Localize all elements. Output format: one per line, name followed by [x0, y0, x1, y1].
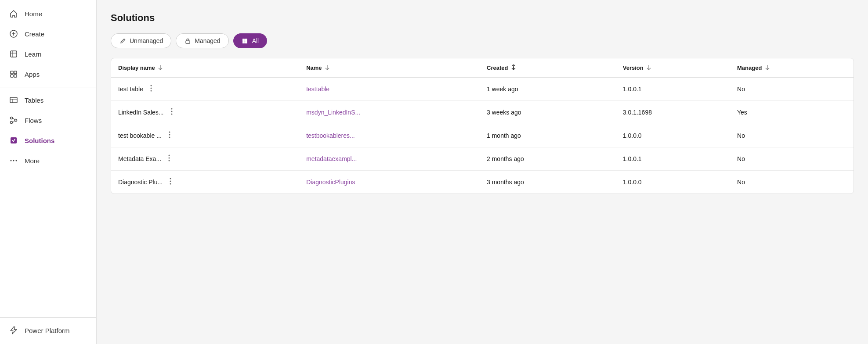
sidebar-item-power-platform-label: Power Platform	[25, 327, 70, 334]
sort-created-icon	[511, 64, 516, 70]
solutions-table-container: Display name Name Created	[111, 58, 854, 194]
managed-cell: No	[730, 171, 854, 194]
svg-point-14	[15, 119, 17, 122]
sidebar-item-power-platform[interactable]: Power Platform	[0, 320, 96, 340]
filter-unmanaged-button[interactable]: Unmanaged	[111, 33, 171, 48]
row-more-button[interactable]	[166, 130, 173, 141]
svg-point-33	[169, 137, 170, 138]
sidebar: Home Create Learn	[0, 0, 97, 344]
system-name-cell: metadataexampl...	[299, 147, 480, 171]
svg-point-13	[11, 117, 13, 119]
sidebar-item-more-label: More	[25, 157, 40, 165]
version-cell: 1.0.0.1	[616, 78, 730, 101]
sort-managed-icon	[765, 64, 770, 70]
row-more-button[interactable]	[168, 107, 175, 118]
col-created[interactable]: Created	[480, 58, 616, 78]
col-display-name[interactable]: Display name	[111, 58, 299, 78]
svg-point-37	[170, 178, 171, 179]
sort-name-icon	[325, 64, 329, 70]
create-icon	[9, 29, 18, 39]
svg-point-32	[169, 134, 170, 136]
sidebar-item-home[interactable]: Home	[0, 4, 96, 24]
apps-icon	[9, 69, 18, 79]
filter-bar: Unmanaged Managed All	[111, 33, 854, 48]
created-cell: 3 weeks ago	[480, 101, 616, 124]
svg-point-38	[170, 181, 171, 182]
svg-rect-16	[11, 137, 17, 143]
svg-rect-20	[186, 41, 190, 43]
row-more-button[interactable]	[167, 177, 174, 187]
display-name-cell: LinkedIn Sales...	[118, 109, 164, 116]
sidebar-item-create[interactable]: Create	[0, 24, 96, 44]
svg-point-19	[16, 160, 17, 161]
sidebar-item-more[interactable]: More	[0, 150, 96, 171]
table-header-row: Display name Name Created	[111, 58, 854, 78]
version-cell: 1.0.0.1	[616, 147, 730, 171]
svg-point-17	[11, 160, 12, 161]
svg-point-26	[150, 88, 152, 89]
page-title: Solutions	[111, 12, 854, 24]
table-row[interactable]: Diagnostic Plu...DiagnosticPlugins3 mont…	[111, 171, 854, 194]
sort-display-name-icon	[158, 64, 163, 70]
system-name-cell: testtable	[299, 78, 480, 101]
sidebar-item-solutions[interactable]: Solutions	[0, 130, 96, 150]
pencil-icon	[119, 37, 126, 44]
power-platform-icon	[9, 326, 18, 335]
learn-icon	[9, 49, 18, 59]
system-name-cell: DiagnosticPlugins	[299, 171, 480, 194]
col-name[interactable]: Name	[299, 58, 480, 78]
sidebar-bottom: Power Platform	[0, 317, 96, 340]
managed-cell: No	[730, 124, 854, 147]
table-row[interactable]: LinkedIn Sales...msdyn_LinkedInS...3 wee…	[111, 101, 854, 124]
created-cell: 1 month ago	[480, 124, 616, 147]
version-cell: 1.0.0.0	[616, 171, 730, 194]
col-managed-label: Managed	[737, 64, 762, 71]
sidebar-item-flows[interactable]: Flows	[0, 110, 96, 130]
col-managed[interactable]: Managed	[730, 58, 854, 78]
sidebar-item-home-label: Home	[25, 10, 42, 18]
version-cell: 3.0.1.1698	[616, 101, 730, 124]
flows-icon	[9, 115, 18, 125]
system-name-cell: testbookableres...	[299, 124, 480, 147]
svg-point-25	[150, 85, 152, 86]
system-name-cell: msdyn_LinkedInS...	[299, 101, 480, 124]
svg-rect-22	[245, 39, 247, 41]
sidebar-item-solutions-label: Solutions	[25, 137, 54, 144]
svg-point-15	[11, 122, 13, 124]
table-row[interactable]: test tabletesttable1 week ago1.0.0.1No	[111, 78, 854, 101]
svg-point-36	[169, 160, 170, 161]
table-row[interactable]: test bookable ...testbookableres...1 mon…	[111, 124, 854, 147]
sidebar-item-apps-label: Apps	[25, 71, 40, 78]
filter-all-button[interactable]: All	[233, 33, 268, 48]
col-version[interactable]: Version	[616, 58, 730, 78]
display-name-cell: Metadata Exa...	[118, 155, 161, 162]
display-name-cell: test bookable ...	[118, 132, 162, 139]
col-version-label: Version	[623, 64, 644, 71]
filter-managed-button[interactable]: Managed	[176, 33, 228, 48]
col-name-label: Name	[306, 64, 322, 71]
sidebar-item-learn-label: Learn	[25, 50, 41, 58]
display-name-cell: Diagnostic Plu...	[118, 179, 163, 186]
sidebar-item-apps[interactable]: Apps	[0, 64, 96, 84]
home-icon	[9, 9, 18, 18]
more-icon	[9, 156, 18, 165]
managed-cell: No	[730, 147, 854, 171]
sidebar-item-tables-label: Tables	[25, 97, 43, 104]
svg-point-39	[170, 183, 171, 185]
svg-rect-8	[11, 75, 13, 77]
managed-cell: No	[730, 78, 854, 101]
svg-rect-24	[245, 41, 247, 43]
version-cell: 1.0.0.0	[616, 124, 730, 147]
solutions-icon	[9, 136, 18, 145]
filter-unmanaged-label: Unmanaged	[130, 37, 163, 44]
svg-point-35	[169, 158, 170, 159]
row-more-button[interactable]	[148, 84, 155, 94]
table-row[interactable]: Metadata Exa...metadataexampl...2 months…	[111, 147, 854, 171]
sidebar-item-tables[interactable]: Tables	[0, 90, 96, 110]
row-more-button[interactable]	[166, 154, 173, 164]
svg-rect-9	[14, 75, 17, 77]
svg-point-28	[171, 108, 172, 110]
sidebar-item-learn[interactable]: Learn	[0, 44, 96, 64]
created-cell: 2 months ago	[480, 147, 616, 171]
svg-rect-23	[242, 41, 245, 43]
